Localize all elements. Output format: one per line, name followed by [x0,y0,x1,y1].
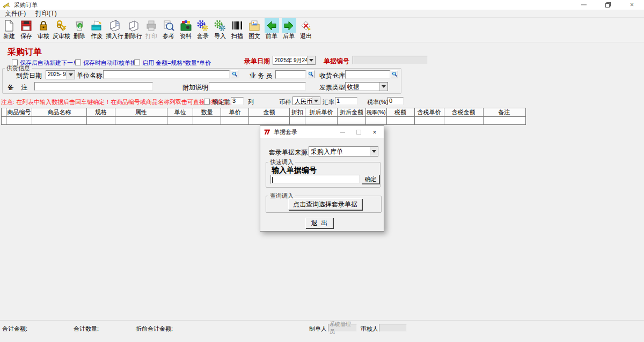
col-header[interactable]: 含税金额 [444,108,483,117]
col-header[interactable]: 折后单价 [305,108,338,117]
col-header[interactable]: 商品编号 [6,108,32,117]
currency-dropdown-icon[interactable] [312,97,320,105]
extra-note-label: 附加说明 [182,83,208,92]
table-cell[interactable] [290,117,305,125]
unit-name-label: 单位名称 [77,71,103,80]
warehouse-lookup-button[interactable] [391,70,398,78]
toolbar-unaudit-button[interactable]: 反审核 [52,18,71,42]
lock-columns-checkbox[interactable] [204,99,210,105]
salesman-lookup-button[interactable] [307,70,314,78]
toolbar-new-button[interactable]: 新建 [1,18,18,42]
minimize-button[interactable] [572,0,596,10]
toolbar-delete-row-button[interactable]: 删除行 [124,18,143,42]
dialog-titlebar[interactable]: 单据套录 × [260,126,384,138]
table-cell[interactable] [249,117,290,125]
toolbar: 新建 保存 审核 反审核 2 删除 作废 插入行 删除行 [0,18,644,42]
menu-file[interactable]: 文件(F) [0,10,31,18]
col-header[interactable]: 折后金额 [338,108,366,117]
invoice-type-dropdown-icon[interactable] [379,83,387,91]
toolbar-exit-button[interactable]: 退出 [297,18,314,42]
table-cell[interactable] [115,117,167,125]
total-amount-label: 合计金额: [2,325,27,333]
col-header[interactable]: 单价 [221,108,249,117]
col-header[interactable]: 备注 [483,108,525,117]
invoice-type-value: 收据 [346,83,379,91]
void-box-icon [90,18,104,33]
table-cell[interactable] [386,117,414,125]
reference-magnifier-icon [162,18,176,33]
extra-note-input[interactable] [209,82,306,91]
unit-name-lookup-button[interactable] [231,70,238,78]
col-header[interactable]: 属性 [115,108,167,117]
table-cell[interactable] [483,117,525,125]
copy-source-dropdown-icon[interactable] [370,147,378,156]
table-cell[interactable] [32,117,87,125]
warehouse-input[interactable] [345,70,390,79]
ok-button[interactable]: 确定 [362,175,379,184]
toolbar-void-button[interactable]: 作废 [88,18,105,42]
arrival-date-dropdown-icon[interactable] [67,71,75,79]
entry-date-picker[interactable]: 2025年 9月24日 [273,56,316,65]
toolbar-audit-button[interactable]: 审核 [35,18,52,42]
col-header[interactable]: 商品名称 [32,108,87,117]
table-cell[interactable] [414,117,444,125]
doc-no-input[interactable] [353,56,428,64]
entry-date-value: 2025年 9月24日 [273,56,307,64]
toolbar-save-button[interactable]: 保存 [18,18,35,42]
table-cell[interactable] [366,117,387,125]
row-selector-cell[interactable] [2,117,6,125]
col-header[interactable]: 单位 [167,108,193,117]
table-cell[interactable] [305,117,338,125]
entry-date-dropdown-icon[interactable] [307,56,315,64]
delete-recycle-icon: 2 [72,18,87,33]
remark-input[interactable] [34,82,153,91]
table-cell[interactable] [167,117,193,125]
toolbar-print-button[interactable]: 打印 [143,18,160,42]
close-button[interactable]: × [620,0,644,10]
toolbar-reference-button[interactable]: 参考 [160,18,177,42]
toolbar-delete-button[interactable]: 2 删除 [71,18,88,42]
toolbar-scan-button[interactable]: 扫描 [229,18,246,42]
unit-name-input[interactable] [103,70,230,79]
toolbar-prev-doc-button[interactable]: 前单 [263,18,280,42]
currency-select[interactable]: 人民币 [292,96,320,105]
col-header[interactable]: 含税单价 [414,108,444,117]
toolbar-import-button[interactable]: 导入 [211,18,229,42]
app-icon [3,2,10,9]
row-selector-header [2,108,6,117]
doc-number-input[interactable] [270,175,360,184]
salesman-input[interactable] [275,70,306,79]
toolbar-image-doc-button[interactable]: 图文 [246,18,263,42]
table-cell[interactable] [444,117,483,125]
table-cell[interactable] [193,117,221,125]
col-header[interactable]: 税率(%) [366,108,387,117]
tax-rate-input[interactable]: 0 [387,97,404,105]
table-cell[interactable] [87,117,115,125]
invoice-type-select[interactable]: 收据 [345,82,388,91]
col-header[interactable]: 折扣 [290,108,305,117]
query-select-button[interactable]: 点击查询选择套录单据 [288,198,362,210]
toolbar-overlay-button[interactable]: 套录 [194,18,211,42]
lock-columns-input[interactable]: 3 [231,97,244,105]
exchange-rate-input[interactable]: 1 [335,97,357,105]
arrival-date-picker[interactable]: 2025- 9 -24 [46,70,75,79]
col-header[interactable]: 规格 [87,108,115,117]
copy-source-select[interactable]: 采购入库单 [309,146,378,157]
items-table: 商品编号 商品名称 规格 属性 单位 数量 单价 金额 折扣 折后单价 折后金额… [1,108,526,125]
table-cell[interactable] [221,117,249,125]
col-header[interactable]: 金额 [249,108,290,117]
toolbar-insert-row-button[interactable]: 插入行 [105,18,124,42]
col-header[interactable]: 数量 [193,108,221,117]
dialog-minimize-button[interactable] [334,126,350,138]
toolbar-data-button[interactable]: 资料 [177,18,194,42]
dialog-close-button[interactable]: × [367,126,383,138]
toolbar-next-doc-button[interactable]: 后单 [280,18,297,42]
restore-button[interactable] [596,0,620,10]
insert-row-icon [107,18,122,33]
table-cell[interactable] [6,117,32,125]
menu-print[interactable]: 打印(T) [31,10,61,18]
table-cell[interactable] [338,117,366,125]
col-header[interactable]: 税额 [386,108,414,117]
doc-copy-dialog: 单据套录 × 套录单据来源 采购入库单 快速调入 输入单据编号 确定 [260,125,384,232]
exit-dialog-button[interactable]: 退 出 [305,218,333,228]
